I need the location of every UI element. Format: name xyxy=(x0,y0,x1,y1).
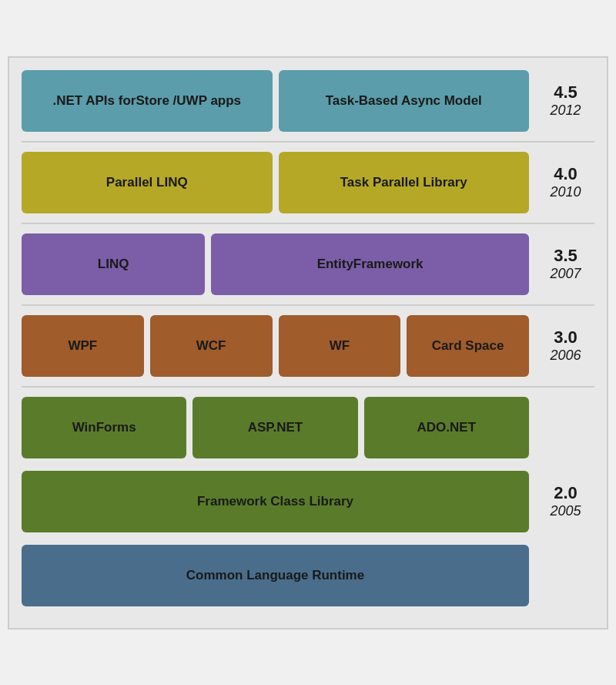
block-ef: EntityFramework xyxy=(211,233,529,295)
version-year-2-0: 2005 xyxy=(537,503,594,519)
block-uwp: .NET APIs forStore /UWP apps xyxy=(22,70,273,132)
row-2-0: WinForms ASP.NET ADO.NET Framework Class… xyxy=(22,397,594,616)
blocks-area-2-0: WinForms ASP.NET ADO.NET Framework Class… xyxy=(22,397,529,606)
row-4-5: .NET APIs forStore /UWP apps Task-Based … xyxy=(22,70,594,143)
block-winforms: WinForms xyxy=(22,397,186,458)
version-year-4-0: 2010 xyxy=(537,184,594,200)
block-linq: LINQ xyxy=(22,233,205,295)
blocks-area-4-0: Parallel LINQ Task Parallel Library xyxy=(22,152,529,213)
row-3-5: LINQ EntityFramework 3.5 2007 xyxy=(22,233,594,306)
block-wpf: WPF xyxy=(22,315,144,377)
top-blocks-2-0: WinForms ASP.NET ADO.NET xyxy=(22,397,529,458)
version-4-0: 4.0 2010 xyxy=(537,164,594,200)
block-card-space: Card Space xyxy=(407,315,529,377)
block-parallel-linq: Parallel LINQ xyxy=(22,152,273,213)
block-clr: Common Language Runtime xyxy=(22,545,529,606)
blocks-area-4-5: .NET APIs forStore /UWP apps Task-Based … xyxy=(22,70,529,132)
block-async: Task-Based Async Model xyxy=(279,70,530,132)
version-2-0: 2.0 2005 xyxy=(537,483,594,519)
version-year-4-5: 2012 xyxy=(537,102,594,119)
version-number-4-0: 4.0 xyxy=(537,164,594,184)
row-4-0: Parallel LINQ Task Parallel Library 4.0 … xyxy=(22,152,594,224)
blocks-area-3-0: WPF WCF WF Card Space xyxy=(22,315,529,377)
diagram-container: .NET APIs forStore /UWP apps Task-Based … xyxy=(8,56,608,630)
blocks-area-3-5: LINQ EntityFramework xyxy=(22,233,529,295)
version-number-2-0: 2.0 xyxy=(537,483,594,503)
version-number-3-0: 3.0 xyxy=(537,327,594,348)
block-wcf: WCF xyxy=(150,315,273,377)
block-aspnet: ASP.NET xyxy=(192,397,357,458)
block-wf: WF xyxy=(279,315,401,377)
block-fcl: Framework Class Library xyxy=(22,471,529,532)
version-4-5: 4.5 2012 xyxy=(537,82,594,119)
version-3-0: 3.0 2006 xyxy=(537,327,594,364)
block-tpl: Task Parallel Library xyxy=(279,152,530,213)
row-3-0: WPF WCF WF Card Space 3.0 2006 xyxy=(22,315,594,388)
version-year-3-5: 2007 xyxy=(537,266,594,282)
block-adonet: ADO.NET xyxy=(364,397,529,458)
version-number-3-5: 3.5 xyxy=(537,246,594,266)
version-year-3-0: 2006 xyxy=(537,348,594,364)
version-number-4-5: 4.5 xyxy=(537,82,594,102)
version-3-5: 3.5 2007 xyxy=(537,246,594,282)
